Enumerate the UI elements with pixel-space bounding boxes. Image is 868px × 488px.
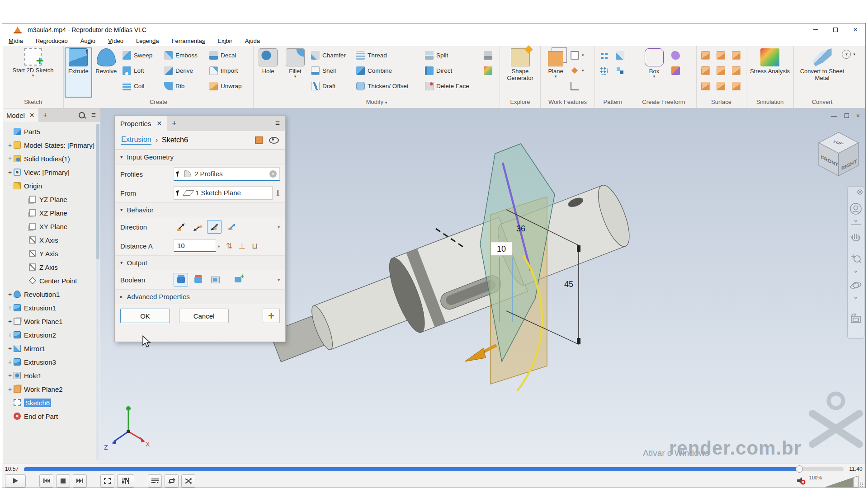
resize-grip[interactable] <box>860 482 864 487</box>
ribbon-icon-button[interactable] <box>729 63 744 78</box>
section-output[interactable]: ▾ Output <box>115 255 285 270</box>
ribbon-button[interactable]: Loft <box>120 63 162 78</box>
ribbon-icon-button[interactable] <box>714 63 728 78</box>
expander-icon[interactable]: + <box>6 345 14 352</box>
ribbon-icon-button[interactable] <box>714 47 728 63</box>
menu-item[interactable]: Exibir <box>217 38 232 44</box>
section-behavior[interactable]: ▾ Behavior <box>115 202 285 217</box>
fillet-button[interactable]: Fillet ▾ <box>282 47 309 98</box>
expander-icon[interactable]: + <box>6 155 14 162</box>
ribbon-icon-button[interactable] <box>729 47 744 63</box>
loop-button[interactable] <box>165 474 179 488</box>
group-label-modify[interactable]: Modify ▾ <box>254 98 500 108</box>
tree-item[interactable]: XZ Plane <box>3 206 100 220</box>
ribbon-icon-button[interactable]: ▾ <box>570 63 593 78</box>
section-advanced[interactable]: ▸ Advanced Properties <box>115 289 285 304</box>
menu-item[interactable]: Vídeo <box>108 38 123 44</box>
ribbon-button[interactable]: Import <box>207 63 252 78</box>
expander-icon[interactable]: + <box>6 291 14 298</box>
fullscreen-button[interactable] <box>100 474 114 488</box>
spinner-icon[interactable]: ▸ <box>218 244 220 249</box>
direction-default-button[interactable] <box>174 220 188 234</box>
ribbon-button[interactable]: Rib <box>162 78 207 94</box>
ribbon-icon-button[interactable] <box>698 78 713 94</box>
ribbon-button[interactable]: Thicken/ Offset <box>354 78 423 94</box>
hole-button[interactable]: Hole <box>255 47 282 98</box>
tree-item[interactable]: + Solid Bodies(1) <box>3 152 100 165</box>
menu-item[interactable]: Legenda <box>136 38 159 44</box>
boolean-new-solid-button[interactable] <box>231 273 245 286</box>
convert-sheet-metal-button[interactable]: Convert to Sheet Metal <box>795 47 849 98</box>
from-field[interactable]: 1 Sketch Plane <box>174 186 273 200</box>
boolean-join-button[interactable] <box>174 273 188 286</box>
tree-item[interactable]: + Extrusion3 <box>3 355 100 369</box>
ribbon-icon-button[interactable] <box>698 47 713 63</box>
doc-close-icon[interactable]: × <box>856 112 860 119</box>
start-2d-sketch-button[interactable]: Start 2D Sketch ▾ <box>11 47 54 98</box>
stress-analysis-button[interactable]: Stress Analysis <box>749 47 791 98</box>
next-button[interactable] <box>73 474 87 488</box>
ribbon-button[interactable]: Thread <box>354 47 423 63</box>
view-cube[interactable]: TOP FRONT RIGHT <box>814 129 863 183</box>
ribbon-icon-button[interactable] <box>597 47 611 63</box>
ribbon-icon-button[interactable] <box>698 63 713 78</box>
ribbon-button[interactable]: Emboss <box>162 47 207 63</box>
tree-scrollbar[interactable] <box>96 124 99 460</box>
playlist-button[interactable] <box>148 474 162 488</box>
previous-button[interactable] <box>39 474 53 488</box>
tree-item[interactable]: + Work Plane2 <box>3 382 100 396</box>
tree-item[interactable]: X Axis <box>3 233 100 247</box>
dropdown-caret-icon[interactable]: ▾ <box>278 277 280 282</box>
tree-item[interactable]: + Extrusion1 <box>3 301 100 314</box>
tree-item[interactable]: YZ Plane <box>3 192 100 206</box>
dimension-10[interactable]: 10 <box>497 244 506 253</box>
panel-menu-icon[interactable]: ≡ <box>91 111 96 120</box>
ribbon-button[interactable]: Derive <box>162 63 207 78</box>
tree-item[interactable]: Y Axis <box>3 247 100 260</box>
ribbon-icon-button[interactable] <box>613 63 627 78</box>
expander-icon[interactable]: + <box>6 385 14 393</box>
ribbon-button[interactable]: Unwrap <box>207 78 252 94</box>
dimension-45[interactable]: 45 <box>564 280 573 289</box>
to-face-icon[interactable]: ⊔ <box>252 241 258 251</box>
close-button[interactable]: × <box>845 23 865 36</box>
ok-button[interactable]: OK <box>120 309 170 323</box>
ibeam-icon[interactable]: I <box>276 188 279 198</box>
boolean-intersect-button[interactable] <box>208 273 222 286</box>
alternate-measure-icon[interactable]: ⇅ <box>226 241 232 251</box>
volume-slider[interactable] <box>826 475 859 488</box>
adjustments-button[interactable] <box>117 474 134 488</box>
ribbon-icon-button[interactable] <box>597 63 611 78</box>
cancel-button[interactable]: Cancel <box>179 309 229 323</box>
extrude-button[interactable]: Extrude <box>65 47 92 98</box>
ribbon-icon-button[interactable]: ▾ <box>570 47 593 63</box>
tree-item[interactable]: Z Axis <box>3 260 100 274</box>
ribbon-button[interactable]: Direct <box>423 63 481 78</box>
menu-item[interactable]: Ajuda <box>245 38 260 44</box>
add-feature-button[interactable]: + <box>263 309 280 323</box>
navigation-bar[interactable] <box>847 186 864 339</box>
menu-item[interactable]: Ferramentas <box>172 38 205 44</box>
ribbon-icon-button[interactable] <box>729 78 744 94</box>
expander-icon[interactable]: + <box>6 169 14 176</box>
ribbon-button[interactable]: Combine <box>354 63 423 78</box>
ribbon-button[interactable]: Draft <box>309 78 354 94</box>
direction-asymmetric-button[interactable] <box>224 220 238 234</box>
tree-item[interactable]: Sketch6 <box>3 396 100 409</box>
expander-icon[interactable]: + <box>6 358 14 366</box>
ribbon-icon-button[interactable] <box>570 78 593 94</box>
ribbon-button[interactable]: Shell <box>309 63 354 78</box>
plane-button[interactable]: Plane ▾ <box>542 47 570 98</box>
revolve-button[interactable]: Revolve <box>92 47 120 98</box>
ribbon-button[interactable]: Decal <box>207 47 252 63</box>
shuffle-button[interactable] <box>181 474 195 488</box>
tree-item[interactable]: + View: [Primary] <box>3 165 100 179</box>
tree-item[interactable]: + Work Plane1 <box>3 314 100 328</box>
browser-tab-model[interactable]: Model ✕ <box>3 108 38 122</box>
tree-item[interactable]: Part5 <box>3 125 100 138</box>
title-bar[interactable]: m3aula4.mp4 - Reprodutor de Mídias VLC × <box>2 23 865 36</box>
tree-item[interactable]: + Model States: [Primary] <box>3 138 100 152</box>
ribbon-icon-button[interactable] <box>668 47 683 63</box>
direction-flipped-button[interactable] <box>190 220 205 234</box>
ribbon-button[interactable]: Sweep <box>120 47 162 63</box>
